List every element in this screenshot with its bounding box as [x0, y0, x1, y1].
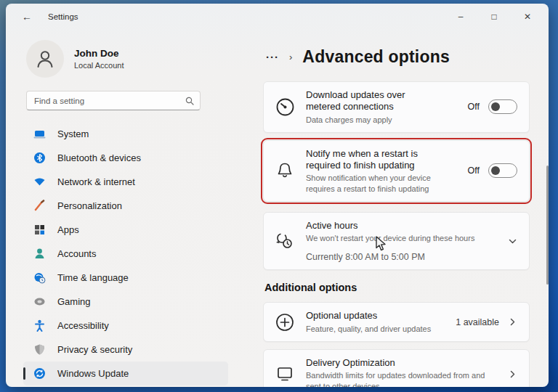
desktop: { "window": { "app_title": "Settings", "…: [0, 0, 558, 392]
sidebar-item-gaming[interactable]: Gaming: [23, 290, 228, 314]
sidebar-item-label: Bluetooth & devices: [57, 152, 141, 163]
card-text: Optional updatesFeature, quality, and dr…: [306, 310, 456, 334]
circle-plus-icon: [264, 312, 306, 332]
sidebar-item-label: Privacy & security: [57, 344, 132, 355]
card-subtitle: Bandwidth limits for updates downloaded …: [306, 370, 502, 387]
sidebar-item-label: Windows Update: [57, 368, 129, 379]
toggle-knob: [491, 166, 500, 175]
card-value-badge: 1 available: [456, 317, 499, 327]
page-title: Advanced options: [302, 47, 450, 67]
windows-update-icon: [33, 367, 46, 380]
active-hours-icon: [264, 231, 306, 251]
mouse-cursor: [375, 236, 388, 252]
sidebar-item-personalization[interactable]: Personalization: [23, 194, 228, 218]
card-text: Notify me when a restart is required to …: [306, 148, 468, 194]
card-title: Optional updates: [306, 310, 450, 322]
personalization-icon: [33, 200, 46, 212]
breadcrumb: ··· › Advanced options: [266, 47, 530, 67]
card-optional-updates[interactable]: Optional updatesFeature, quality, and dr…: [263, 302, 530, 342]
card-controls: Off: [468, 99, 517, 114]
system-icon: [33, 128, 46, 140]
card-title: Delivery Optimization: [306, 357, 502, 369]
sidebar-item-apps[interactable]: Apps: [23, 218, 228, 242]
time-language-icon: [33, 271, 46, 284]
app-title: Settings: [48, 12, 78, 21]
card-subtitle: Show notification when your device requi…: [306, 173, 440, 194]
sidebar-item-accounts[interactable]: Accounts: [23, 242, 228, 266]
sidebar-item-label: Accounts: [57, 248, 96, 259]
gauge-icon: [264, 97, 306, 117]
sidebar-item-label: Network & internet: [57, 176, 135, 187]
toggle-switch[interactable]: [488, 99, 517, 114]
toggle-switch[interactable]: [488, 163, 517, 178]
card-controls: 1 available: [456, 317, 517, 327]
card-title: Download updates over metered connection…: [306, 89, 440, 113]
section-header: Additional options: [264, 282, 530, 293]
toggle-state-label: Off: [468, 166, 480, 176]
apps-icon: [33, 224, 46, 236]
sidebar-item-label: Accessibility: [57, 320, 109, 331]
bluetooth-icon: [33, 152, 46, 164]
settings-cards: Download updates over metered connection…: [263, 81, 530, 387]
sidebar-item-label: System: [57, 128, 89, 139]
card-text: Download updates over metered connection…: [306, 89, 468, 125]
card-delivery-optimization[interactable]: Delivery OptimizationBandwidth limits fo…: [263, 349, 530, 387]
toggle-state-label: Off: [468, 102, 480, 112]
card-subtitle: Data charges may apply: [306, 115, 440, 125]
sidebar-item-network-internet[interactable]: Network & internet: [23, 170, 228, 194]
delivery-icon: [264, 364, 306, 383]
card-title: Notify me when a restart is required to …: [306, 148, 440, 172]
card-controls: Off: [468, 163, 517, 178]
accounts-icon: [33, 248, 46, 260]
scrollbar[interactable]: [546, 166, 549, 285]
maximize-button[interactable]: □: [477, 4, 511, 30]
sidebar-item-label: Time & language: [57, 272, 129, 283]
card-notify-me-when-a-restart-is-re[interactable]: Notify me when a restart is required to …: [263, 140, 530, 202]
titlebar: ← Settings – □ ✕: [6, 4, 549, 30]
card-active-hours[interactable]: Active hoursWe won't restart your device…: [263, 212, 530, 271]
chevron-down-icon[interactable]: [508, 237, 517, 246]
sidebar-item-time-language[interactable]: Time & language: [23, 266, 228, 290]
profile-account-type: Local Account: [74, 61, 124, 70]
privacy-icon: [33, 343, 46, 356]
sidebar-item-privacy-security[interactable]: Privacy & security: [23, 338, 228, 362]
search-icon: [185, 97, 194, 105]
user-profile[interactable]: John Doe Local Account: [26, 40, 248, 78]
chevron-right-icon[interactable]: [508, 317, 517, 327]
bell-icon: [264, 161, 306, 180]
network-icon: [33, 176, 46, 188]
chevron-right-icon[interactable]: [508, 369, 517, 379]
sidebar-item-accessibility[interactable]: Accessibility: [23, 314, 228, 338]
profile-name: John Doe: [74, 48, 124, 59]
avatar: [26, 40, 64, 78]
back-arrow-icon[interactable]: ←: [22, 11, 41, 23]
person-icon: [34, 48, 56, 70]
accessibility-icon: [33, 319, 46, 332]
minimize-button[interactable]: –: [444, 4, 477, 30]
breadcrumb-ellipsis[interactable]: ···: [266, 51, 279, 63]
card-title: Active hours: [306, 220, 502, 232]
settings-window: ← Settings – □ ✕ John Doe Local Account: [6, 4, 549, 387]
sidebar-nav: SystemBluetooth & devicesNetwork & inter…: [23, 122, 248, 385]
close-button[interactable]: ✕: [511, 4, 544, 30]
sidebar: John Doe Local Account SystemBluetooth &…: [6, 30, 248, 387]
sidebar-item-label: Personalization: [57, 200, 122, 211]
card-controls: [508, 237, 517, 246]
sidebar-item-bluetooth-devices[interactable]: Bluetooth & devices: [23, 146, 228, 170]
card-download-updates-over-metered[interactable]: Download updates over metered connection…: [263, 81, 530, 133]
card-current-value: Currently 8:00 AM to 5:00 PM: [306, 252, 502, 262]
card-subtitle: Feature, quality, and driver updates: [306, 324, 450, 334]
chevron-right-icon: ›: [289, 52, 292, 62]
card-controls: [508, 369, 517, 379]
sidebar-item-windows-update[interactable]: Windows Update: [23, 362, 228, 385]
card-subtitle: We won't restart your device during thes…: [306, 233, 502, 243]
gaming-icon: [33, 295, 46, 308]
sidebar-item-system[interactable]: System: [23, 122, 228, 146]
search-box[interactable]: [26, 91, 201, 110]
card-text: Delivery OptimizationBandwidth limits fo…: [306, 357, 508, 387]
window-controls: – □ ✕: [444, 4, 544, 30]
search-input[interactable]: [34, 97, 185, 105]
main-content: ··· › Advanced options Download updates …: [248, 30, 549, 387]
card-text: Active hoursWe won't restart your device…: [306, 220, 508, 263]
sidebar-item-label: Apps: [57, 224, 79, 235]
